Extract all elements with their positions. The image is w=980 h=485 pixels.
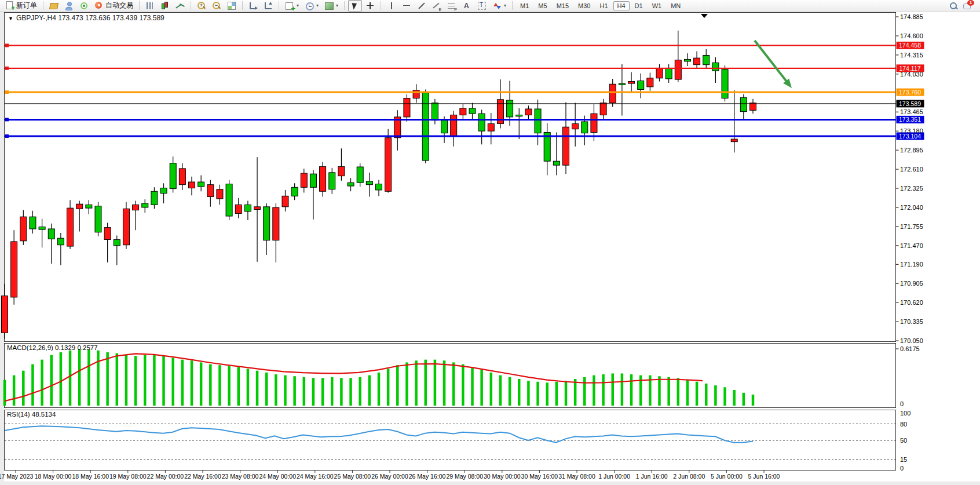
- indicators-button[interactable]: ▾: [283, 0, 301, 12]
- candle: [525, 109, 532, 115]
- candle: [76, 204, 83, 209]
- candle: [488, 123, 494, 131]
- candle: [628, 82, 635, 83]
- candle: [507, 100, 513, 117]
- level-anchor-marker[interactable]: [5, 134, 9, 138]
- level-anchor-marker[interactable]: [5, 90, 9, 94]
- candle: [684, 59, 690, 61]
- timeframe-h1-button[interactable]: H1: [595, 1, 612, 10]
- auto-trading-icon: [94, 1, 104, 10]
- zoom-in-icon: [197, 1, 206, 10]
- price-tick-label: 174.885: [900, 13, 923, 20]
- candle: [451, 115, 457, 136]
- candle: [572, 123, 579, 129]
- time-tick-label: 24 May 00:00: [259, 473, 296, 480]
- timeframe-h4-button[interactable]: H4: [613, 1, 630, 10]
- candle: [310, 174, 316, 187]
- price-badge-label: 173.351: [899, 116, 921, 123]
- text-tool-button[interactable]: [460, 0, 474, 12]
- fibonacci-tool-button[interactable]: [445, 0, 459, 12]
- timeframe-m1-button[interactable]: M1: [516, 1, 533, 10]
- chevron-down-icon[interactable]: ▾: [316, 3, 319, 8]
- main-price-panel[interactable]: [5, 13, 896, 342]
- profile-button[interactable]: [62, 0, 76, 12]
- bar-chart-mode-button[interactable]: [143, 0, 157, 12]
- candle: [329, 173, 335, 189]
- candle: [563, 127, 569, 165]
- auto-trading-button[interactable]: 自动交易: [92, 0, 136, 12]
- candle: [198, 182, 204, 187]
- templates-button[interactable]: ▾: [322, 0, 341, 12]
- zoom-out-button[interactable]: [210, 0, 224, 12]
- time-tick-label: 23 May 08:00: [222, 473, 259, 480]
- chevron-down-icon[interactable]: ▾: [336, 3, 338, 8]
- chevron-down-icon[interactable]: ▾: [297, 3, 299, 8]
- price-tick-label: 174.600: [900, 32, 923, 39]
- candle: [30, 217, 36, 229]
- macd-scale-max: 0.6175: [900, 345, 920, 352]
- equidistant-channel-tool-icon: [432, 1, 441, 10]
- candle: [86, 205, 92, 208]
- tile-windows-button[interactable]: [225, 0, 239, 12]
- equidistant-channel-tool-button[interactable]: [430, 0, 444, 12]
- timeframe-m30-button[interactable]: M30: [574, 1, 594, 10]
- vertical-line-tool-icon: [387, 1, 396, 10]
- price-tick-label: 174.030: [900, 71, 923, 78]
- periods-button[interactable]: ▾: [302, 0, 321, 12]
- price-tick-label: 171.470: [900, 242, 923, 249]
- profile-icon: [64, 1, 74, 10]
- level-anchor-marker[interactable]: [5, 67, 9, 70]
- horizontal-line-tool-button[interactable]: [400, 0, 414, 12]
- journal-button[interactable]: [47, 0, 61, 12]
- timeframe-m5-button[interactable]: M5: [534, 1, 551, 10]
- time-tick-label: 30 May 00:00: [484, 473, 521, 480]
- search-icon[interactable]: [949, 1, 958, 10]
- macd-scale-min: 0: [900, 400, 904, 407]
- zoom-in-button[interactable]: [195, 0, 209, 12]
- price-badge-label: 174.458: [899, 42, 921, 49]
- candle: [619, 83, 625, 85]
- trendline-tool-button[interactable]: [415, 0, 429, 12]
- text-label-tool-button[interactable]: [475, 0, 489, 12]
- timeframe-w1-button[interactable]: W1: [648, 1, 666, 10]
- timeframe-mn-button[interactable]: MN: [667, 1, 685, 10]
- candle: [740, 97, 747, 111]
- chart-shift-button[interactable]: [246, 0, 260, 12]
- candle: [67, 208, 74, 246]
- chat-icon[interactable]: 1: [963, 1, 973, 10]
- time-tick-label: 1 Jun 00:00: [598, 473, 630, 480]
- candle: [656, 68, 663, 78]
- signals-button[interactable]: [77, 0, 91, 12]
- line-chart-mode-button[interactable]: [173, 0, 187, 12]
- arrows-tool-button[interactable]: ▾: [490, 0, 509, 12]
- signals-icon: [79, 1, 89, 10]
- toolbar-separator: [43, 1, 43, 10]
- level-anchor-marker[interactable]: [5, 43, 9, 47]
- candle: [320, 166, 326, 191]
- candle: [123, 209, 129, 245]
- timeframe-m15-button[interactable]: M15: [553, 1, 573, 10]
- templates-icon: [324, 1, 334, 10]
- candle: [273, 207, 279, 240]
- toolbar-separator: [139, 1, 140, 10]
- cursor-tool-button[interactable]: [348, 0, 362, 12]
- crosshair-tool-button[interactable]: [363, 0, 377, 12]
- candle: [441, 121, 448, 133]
- time-tick-label: 22 May 16:00: [184, 473, 221, 480]
- chevron-down-icon[interactable]: ▾: [504, 3, 506, 8]
- macd-panel[interactable]: [5, 344, 896, 408]
- new-order-button[interactable]: 新订单: [3, 0, 39, 12]
- candlestick-mode-button[interactable]: [158, 0, 172, 12]
- timeframe-d1-button[interactable]: D1: [631, 1, 647, 10]
- auto-scroll-button[interactable]: [261, 0, 275, 12]
- level-anchor-marker[interactable]: [5, 118, 9, 121]
- time-tick-label: 22 May 00:00: [147, 473, 184, 480]
- candle: [20, 217, 27, 241]
- vertical-line-tool-button[interactable]: [385, 0, 398, 12]
- chart-canvas[interactable]: 174.458174.117173.760173.589173.351173.1…: [0, 0, 980, 485]
- candle: [478, 114, 485, 131]
- new-order-icon: [5, 1, 14, 10]
- bar-chart-mode-icon: [145, 1, 155, 10]
- rsi-scale-label: 100: [900, 410, 910, 417]
- candle: [338, 166, 345, 176]
